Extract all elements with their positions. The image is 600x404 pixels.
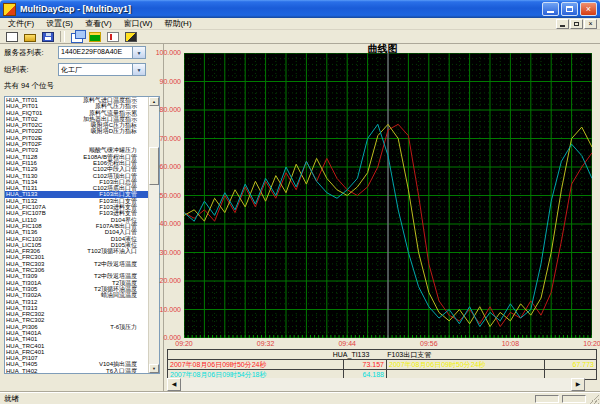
cursor1-time: 2007年08月06日09时50分24秒 <box>168 360 344 369</box>
mdi-restore-icon <box>574 22 579 26</box>
chevron-down-icon[interactable]: ▼ <box>132 64 145 75</box>
cursor1-time2: 2007年08月06日09时50分24秒 <box>387 360 545 369</box>
tag-description: T6入口温度 <box>58 368 149 374</box>
menu-item-设置(S)[interactable]: 设置(S) <box>40 18 79 29</box>
close-icon: × <box>586 5 591 14</box>
trend-plot[interactable] <box>184 53 592 338</box>
status-text: 就绪 <box>0 394 535 404</box>
x-tick-label: 09:20 <box>164 340 204 347</box>
y-tick-label: 50.000 <box>137 192 181 199</box>
tag-name: HUA_TI402 <box>6 368 58 374</box>
y-tick-label: 10.000 <box>137 306 181 313</box>
toolbar-separator <box>60 31 65 42</box>
scroll-up-button[interactable]: ▲ <box>149 97 159 106</box>
minimize-icon <box>547 11 554 13</box>
scroll-right-button[interactable]: ▶ <box>571 378 585 391</box>
cursor-table-header: HUA_TI133 F103出口支管 <box>168 350 596 359</box>
mdi-restore-button[interactable] <box>570 19 583 29</box>
chart-window-button[interactable] <box>86 30 103 43</box>
y-tick-label: 80.000 <box>137 106 181 113</box>
group-list-combobox[interactable]: 化工厂 ▼ <box>58 63 146 76</box>
mdi-minimize-button[interactable] <box>556 19 569 29</box>
close-button[interactable]: × <box>580 2 597 16</box>
menu-item-帮助(H)[interactable]: 帮助(H) <box>158 18 197 29</box>
minimize-button[interactable] <box>542 2 559 16</box>
x-tick-label: 09:44 <box>327 340 367 347</box>
mdi-minimize-icon <box>560 25 565 27</box>
cascade-windows-button[interactable] <box>68 30 85 43</box>
maximize-button[interactable] <box>561 2 578 16</box>
app-icon <box>3 3 16 16</box>
y-tick-label: 90.000 <box>137 78 181 85</box>
scroll-left-button[interactable]: ◀ <box>167 378 181 391</box>
status-bar: 就绪 <box>0 392 600 404</box>
tag-list-item-HUA_TI402[interactable]: HUA_TI402T6入口温度 <box>5 368 150 374</box>
group-list-value: 化工厂 <box>59 64 132 75</box>
selected-tag-name: HUA_TI133 <box>333 350 370 359</box>
tag-count-label: 共有 94 个位号 <box>4 81 54 91</box>
y-tick-label: 60.000 <box>137 163 181 170</box>
y-tick-label: 70.000 <box>137 135 181 142</box>
group-list-label: 组列表: <box>4 65 29 75</box>
save-floppy-icon <box>42 32 54 42</box>
mdi-close-icon: × <box>588 20 592 27</box>
scroll-down-button[interactable]: ▼ <box>149 364 159 373</box>
menu-item-查看(V)[interactable]: 查看(V) <box>79 18 118 29</box>
cursor1-value: 73.157 <box>344 360 387 369</box>
cursor-row-1: 2007年08月06日09时50分24秒 73.157 2007年08月06日0… <box>168 359 596 369</box>
y-tick-label: 30.000 <box>137 249 181 256</box>
menu-item-文件(F)[interactable]: 文件(F) <box>2 18 40 29</box>
open-folder-button[interactable] <box>21 30 38 43</box>
save-floppy-button[interactable] <box>39 30 56 43</box>
cursor1-value2: 67.773 <box>545 360 596 369</box>
open-folder-icon <box>24 34 36 42</box>
x-tick-label: 09:56 <box>409 340 449 347</box>
x-tick-label: 09:32 <box>246 340 286 347</box>
window-title: MultiDayCap - [MultiDay1] <box>20 4 542 14</box>
chart-panel: 曲线图 100.00090.00080.00070.00060.00050.00… <box>165 42 600 392</box>
status-panel-2 <box>562 395 586 403</box>
edit-diagonal-icon <box>125 32 137 42</box>
server-list-value: 1440E229F08A40E <box>59 47 132 58</box>
edit-diagonal-button[interactable] <box>122 30 139 43</box>
mdi-window-controls: × <box>556 19 600 29</box>
server-list-combobox[interactable]: 1440E229F08A40E ▼ <box>58 46 146 59</box>
new-document-button[interactable] <box>3 30 20 43</box>
selected-tag-desc: F103出口支管 <box>387 350 431 359</box>
menu-item-窗口(W)[interactable]: 窗口(W) <box>118 18 159 29</box>
time-scrollbar[interactable]: ◀ ▶ <box>167 378 585 391</box>
new-document-icon <box>6 32 18 42</box>
maximize-icon <box>566 6 573 12</box>
cursor-value-table: HUA_TI133 F103出口支管 2007年08月06日09时50分24秒 … <box>167 349 597 380</box>
y-tick-label: 20.000 <box>137 277 181 284</box>
title-bar: MultiDayCap - [MultiDay1] × <box>0 0 600 18</box>
chart-window-icon <box>89 32 101 42</box>
server-list-label: 服务器列表: <box>4 48 44 58</box>
report-chart-button[interactable] <box>104 30 121 43</box>
status-panel-1 <box>535 395 559 403</box>
x-tick-label: 10:08 <box>490 340 530 347</box>
x-tick-label: 10:20 <box>572 340 600 347</box>
resize-grip[interactable] <box>589 394 599 404</box>
report-chart-icon <box>107 32 119 42</box>
y-tick-label: 100.000 <box>137 49 181 56</box>
y-tick-label: 40.000 <box>137 220 181 227</box>
menu-bar: 文件(F)设置(S)查看(V)窗口(W)帮助(H) × <box>0 18 600 30</box>
mdi-close-button[interactable]: × <box>584 19 597 29</box>
cascade-windows-icon <box>71 33 83 43</box>
